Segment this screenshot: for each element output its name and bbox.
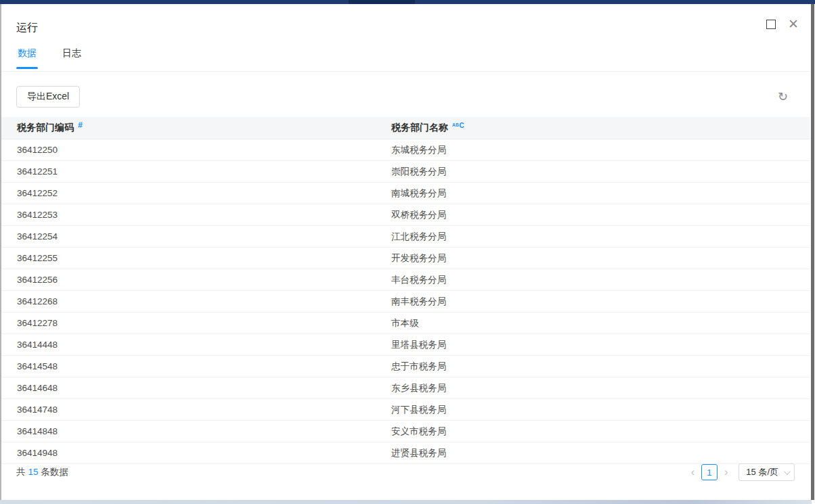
tab-log[interactable]: 日志 — [61, 43, 83, 69]
cell-department-name: 忠于市税务局 — [391, 361, 810, 373]
chevron-down-icon — [784, 468, 791, 475]
cell-department-name: 南丰税务分局 — [391, 296, 810, 308]
cell-department-code: 36412278 — [1, 318, 391, 328]
cell-department-name: 安义市税务局 — [391, 426, 810, 438]
table-row[interactable]: 36414948 进贤县税务局 — [1, 442, 810, 464]
table-row[interactable]: 36412256 丰台税务分局 — [1, 269, 810, 291]
cell-department-code: 36414748 — [1, 405, 391, 415]
tab-bar: 数据 日志 — [1, 43, 810, 72]
table-row[interactable]: 36414548 忠于市税务局 — [1, 356, 810, 377]
table-footer: 共15条数据 ‹ 1 › 15 条/页 — [1, 462, 810, 482]
cell-department-code: 36412254 — [1, 231, 391, 242]
background-scrollbar[interactable] — [811, 4, 814, 500]
maximize-icon[interactable] — [766, 20, 776, 29]
cell-department-code: 36414548 — [1, 361, 391, 371]
next-page-icon[interactable]: › — [723, 467, 729, 478]
total-count: 15 — [28, 467, 39, 477]
refresh-icon[interactable]: ↻ — [778, 91, 788, 103]
cell-department-code: 36414648 — [1, 383, 391, 393]
cell-department-code: 36412253 — [1, 210, 391, 220]
result-table: 税务部门编码 # 税务部门名称 ᴬᴮC 36412250 东城税务分局 3641… — [1, 117, 810, 464]
page-size-select[interactable]: 15 条/页 — [739, 463, 795, 481]
cell-department-name: 南城税务分局 — [391, 187, 810, 200]
cell-department-name: 崇阳税务分局 — [391, 166, 810, 178]
table-row[interactable]: 36412250 东城税务分局 — [1, 139, 810, 161]
cell-department-code: 36414948 — [1, 448, 391, 458]
cell-department-name: 市本级 — [391, 317, 810, 329]
cell-department-name: 东乡县税务局 — [391, 382, 810, 394]
cell-department-code: 36414448 — [1, 340, 391, 350]
total-prefix: 共 — [16, 467, 26, 477]
cell-department-code: 36412250 — [1, 145, 391, 155]
cell-department-name: 江北税务分局 — [391, 231, 810, 243]
table-row[interactable]: 36414848 安义市税务局 — [1, 421, 810, 442]
total-suffix: 条数据 — [41, 467, 69, 477]
toolbar: 导出Excel ↻ — [1, 80, 810, 114]
total-records-text: 共15条数据 — [16, 466, 68, 478]
cell-department-code: 36412255 — [1, 253, 391, 263]
pagination: ‹ 1 › 15 条/页 — [690, 463, 795, 481]
column-header-name[interactable]: 税务部门名称 ᴬᴮC — [391, 122, 810, 134]
cell-department-name: 开发税务分局 — [391, 252, 810, 265]
page-size-label: 15 条/页 — [746, 466, 778, 478]
run-dialog: 运行 ✕ 数据 日志 导出Excel ↻ 税务部门编码 # 税务部门名称 ᴬᴮC… — [1, 4, 810, 500]
column-header-code[interactable]: 税务部门编码 # — [1, 122, 391, 134]
table-row[interactable]: 36412254 江北税务分局 — [1, 226, 810, 248]
table-row[interactable]: 36412251 崇阳税务分局 — [1, 161, 810, 183]
cell-department-code: 36414848 — [1, 426, 391, 436]
tab-data[interactable]: 数据 — [16, 43, 38, 69]
page-number-current[interactable]: 1 — [701, 464, 718, 480]
string-type-icon: ᴬᴮC — [452, 122, 464, 129]
number-type-icon: # — [78, 120, 83, 130]
table-row[interactable]: 36414648 东乡县税务局 — [1, 377, 810, 399]
cell-department-code: 36412252 — [1, 188, 391, 198]
cell-department-code: 36412268 — [1, 296, 391, 306]
table-row[interactable]: 36412268 南丰税务分局 — [1, 291, 810, 313]
column-label: 税务部门名称 — [391, 122, 448, 134]
background-app-bottom-edge — [0, 500, 812, 504]
table-header-row: 税务部门编码 # 税务部门名称 ᴬᴮC — [1, 117, 810, 139]
table-row[interactable]: 36412252 南城税务分局 — [1, 183, 810, 204]
table-body: 36412250 东城税务分局 36412251 崇阳税务分局 36412252… — [1, 139, 810, 464]
close-icon[interactable]: ✕ — [788, 18, 799, 30]
table-row[interactable]: 36412278 市本级 — [1, 313, 810, 334]
cell-department-code: 36412256 — [1, 275, 391, 285]
dialog-title: 运行 — [16, 21, 38, 35]
column-label: 税务部门编码 — [17, 122, 74, 134]
cell-department-name: 丰台税务分局 — [391, 274, 810, 286]
export-excel-button[interactable]: 导出Excel — [16, 86, 80, 108]
table-row[interactable]: 36412253 双桥税务分局 — [1, 204, 810, 226]
table-row[interactable]: 36412255 开发税务分局 — [1, 248, 810, 269]
cell-department-name: 里塔县税务局 — [391, 339, 810, 351]
dialog-header: 运行 ✕ — [1, 4, 810, 43]
cell-department-code: 36412251 — [1, 166, 391, 177]
cell-department-name: 东城税务分局 — [391, 144, 810, 156]
prev-page-icon[interactable]: ‹ — [690, 467, 696, 478]
cell-department-name: 双桥税务分局 — [391, 209, 810, 221]
table-row[interactable]: 36414448 里塔县税务局 — [1, 334, 810, 356]
cell-department-name: 河下县税务局 — [391, 404, 810, 416]
window-controls: ✕ — [766, 18, 799, 30]
table-row[interactable]: 36414748 河下县税务局 — [1, 399, 810, 421]
cell-department-name: 进贤县税务局 — [391, 447, 810, 459]
